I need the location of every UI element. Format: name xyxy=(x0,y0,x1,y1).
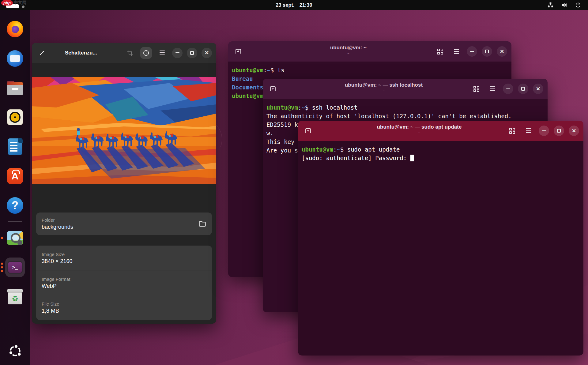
watermark: php 中文网 xyxy=(1,0,27,6)
dock-item-image-viewer[interactable] xyxy=(5,228,25,248)
running-dot xyxy=(1,263,3,265)
clock-date: 23 sept. xyxy=(276,2,294,8)
maximize-button[interactable] xyxy=(187,48,197,58)
running-dot xyxy=(1,266,3,269)
folder-row[interactable]: Folder backgrounds xyxy=(36,213,212,235)
dock-item-trash[interactable]: ♻ xyxy=(5,287,25,307)
workspace-indicator-dot[interactable] xyxy=(22,6,24,8)
running-dot xyxy=(1,270,3,272)
terminal-3-subtitle: ~ xyxy=(329,131,510,135)
terminal-3-title: ubuntu@vm: ~ — sudo apt update xyxy=(329,124,510,130)
tab-overview-button[interactable] xyxy=(470,83,482,95)
new-tab-button[interactable] xyxy=(302,125,314,137)
dock-item-terminal[interactable]: >_ xyxy=(5,258,25,277)
show-apps-icon xyxy=(8,344,22,358)
terminal-3-body[interactable]: ubuntu@vm:~$ sudo apt update[sudo: authe… xyxy=(298,141,583,356)
folder-icon xyxy=(198,220,206,228)
dock-item-thunderbird[interactable] xyxy=(5,49,25,68)
terminal-1-titlebar[interactable]: ubuntu@vm: ~ ~ ✕ xyxy=(228,41,511,62)
file-size-label: File Size xyxy=(42,301,59,307)
libreoffice-writer-icon xyxy=(8,138,22,155)
dock-item-files[interactable] xyxy=(5,78,25,98)
menu-button[interactable] xyxy=(522,125,534,137)
dock-item-firefox[interactable] xyxy=(5,19,25,39)
terminal-3-titlebar[interactable]: ubuntu@vm: ~ — sudo apt update ~ ✕ xyxy=(298,121,583,141)
crop-icon[interactable] xyxy=(124,47,136,59)
terminal-line: ubuntu@vm:~$ sudo apt update xyxy=(302,145,580,154)
terminal-2-subtitle: ~ xyxy=(293,89,474,93)
terminal-line: ubuntu@vm:~$ ls xyxy=(232,66,508,74)
close-button[interactable]: ✕ xyxy=(533,84,543,94)
image-format-label: Image Format xyxy=(42,277,70,282)
terminal-2-titlebar[interactable]: ubuntu@vm: ~ — ssh localhost ~ ✕ xyxy=(263,79,548,99)
terminal-icon: >_ xyxy=(7,261,23,274)
tab-overview-button[interactable] xyxy=(434,46,446,57)
dock-item-show-apps[interactable] xyxy=(5,341,25,361)
image-viewer-titlebar[interactable]: Schattenzu... ✕ xyxy=(32,43,216,63)
network-icon xyxy=(547,2,554,8)
dock-item-app-center[interactable]: A xyxy=(5,166,25,186)
maximize-button[interactable] xyxy=(518,84,528,94)
minimize-button[interactable] xyxy=(467,46,477,57)
maximize-button[interactable] xyxy=(554,126,564,136)
system-tray[interactable] xyxy=(547,0,581,10)
minimize-button[interactable] xyxy=(503,84,513,94)
fullscreen-button[interactable] xyxy=(36,47,48,59)
image-size-label: Image Size xyxy=(42,252,73,257)
top-bar: 23 sept. 21:30 xyxy=(0,0,588,10)
image-format-value: WebP xyxy=(42,283,70,289)
file-size-value: 1,8 MB xyxy=(42,308,59,314)
watermark-php-badge: php xyxy=(1,0,13,6)
help-icon: ? xyxy=(7,197,23,214)
power-icon xyxy=(575,2,581,8)
app-center-icon: A xyxy=(7,168,23,184)
tab-overview-button[interactable] xyxy=(506,125,518,137)
close-button[interactable]: ✕ xyxy=(497,46,507,57)
thunderbird-icon xyxy=(7,50,23,67)
close-button[interactable]: ✕ xyxy=(569,126,579,136)
info-button[interactable] xyxy=(140,47,152,59)
image-viewer-icon xyxy=(7,231,23,245)
trash-icon: ♻ xyxy=(8,293,22,304)
dock-item-libreoffice-writer[interactable] xyxy=(5,137,25,156)
image-viewer-window: Schattenzu... ✕ xyxy=(32,43,216,324)
firefox-icon xyxy=(7,21,23,37)
terminal-window-3-sudo: ubuntu@vm: ~ — sudo apt update ~ ✕ ubunt… xyxy=(298,121,583,356)
terminal-line: ubuntu@vm:~$ ssh localhost xyxy=(266,103,544,112)
maximize-button[interactable] xyxy=(482,46,492,57)
running-indicator xyxy=(1,263,3,272)
dock-item-rhythmbox[interactable] xyxy=(5,107,25,127)
desktop: 23 sept. 21:30 php 中文网 xyxy=(0,0,588,365)
menu-button[interactable] xyxy=(156,47,168,59)
minimize-button[interactable] xyxy=(539,126,549,136)
clock[interactable]: 23 sept. 21:30 xyxy=(276,2,312,8)
watermark-cn-text: 中文网 xyxy=(14,0,27,6)
image-details-card: Image Size 3840 × 2160 Image Format WebP… xyxy=(36,246,212,320)
terminal-cursor xyxy=(410,155,414,161)
dock-item-help[interactable]: ? xyxy=(5,196,25,215)
photo-camel-caravan[interactable] xyxy=(32,77,216,184)
rider-figure xyxy=(77,128,80,135)
image-format-row: Image Format WebP xyxy=(36,270,212,295)
running-dot xyxy=(1,237,3,239)
rhythmbox-icon xyxy=(7,109,23,125)
terminal-line: [sudo: authenticate] Password: xyxy=(302,154,580,162)
new-tab-button[interactable] xyxy=(267,83,279,95)
new-tab-button[interactable] xyxy=(232,46,244,57)
image-size-value: 3840 × 2160 xyxy=(42,258,73,265)
terminal-line: The authenticity of host 'localhost (127… xyxy=(266,112,544,120)
dock: A ? >_ ♻ xyxy=(0,10,30,365)
file-size-row: File Size 1,8 MB xyxy=(36,295,212,320)
minimize-button[interactable] xyxy=(172,48,183,58)
menu-button[interactable] xyxy=(487,83,498,95)
image-viewer-title: Schattenzu... xyxy=(65,50,97,56)
close-button[interactable]: ✕ xyxy=(202,48,212,58)
menu-button[interactable] xyxy=(450,46,462,57)
folder-label: Folder xyxy=(42,217,198,223)
dock-divider xyxy=(8,221,22,222)
viewer-toolbar-strip xyxy=(32,63,216,77)
terminal-2-title: ubuntu@vm: ~ — ssh localhost xyxy=(293,82,474,88)
volume-icon xyxy=(561,2,567,8)
folder-value: backgrounds xyxy=(42,224,198,230)
running-indicator xyxy=(1,237,3,239)
